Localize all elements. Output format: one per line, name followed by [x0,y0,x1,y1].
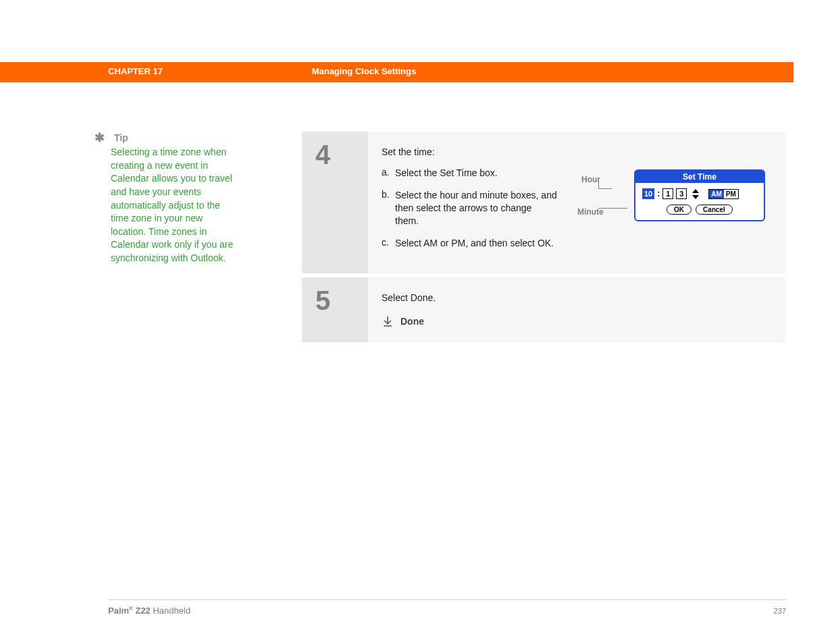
step-number-cell: 5 [302,277,368,342]
step-intro-text: Set the time: [382,146,772,157]
list-text: Select the hour and minute boxes, and th… [395,189,557,227]
minute-ones-box[interactable]: 3 [676,188,687,199]
list-item: c. Select AM or PM, and then select OK. [382,237,557,250]
chapter-title: Managing Clock Settings [312,66,417,76]
step-number-cell: 4 [302,132,368,273]
set-time-dialog: Set Time 10 : 1 3 AM [634,169,765,221]
list-marker: b. [382,189,395,227]
done-arrow-icon [382,315,394,327]
page-number: 237 [774,607,786,615]
done-label: Done [400,316,424,327]
page-footer: Palm® Z22 Handheld 237 [108,599,786,616]
time-input-row: 10 : 1 3 AM PM [642,188,757,199]
cancel-button[interactable]: Cancel [696,205,733,215]
step-4: 4 Set the time: a. Select the Set Time b… [302,132,785,273]
time-spinner[interactable] [692,189,699,199]
list-marker: a. [382,167,395,180]
footer-model: Z22 [135,606,150,616]
hour-callout-label: Hour [581,175,600,184]
list-text: Select the Set Time box. [395,167,557,180]
step-body: Set the time: a. Select the Set Time box… [368,132,785,273]
dialog-title: Set Time [635,171,764,183]
list-text: Select AM or PM, and then select OK. [395,237,557,250]
footer-reg: ® [129,606,133,612]
chapter-header: CHAPTER 17 Managing Clock Settings [0,62,793,82]
step-text: Select Done. [382,292,772,303]
ampm-toggle[interactable]: AM PM [708,189,739,199]
footer-brand: Palm [108,606,129,616]
step-number: 5 [315,287,368,314]
footer-product-word: Handheld [153,606,190,616]
list-item: a. Select the Set Time box. [382,167,557,180]
chapter-number: CHAPTER 17 [108,66,309,76]
tip-heading: Tip [114,132,128,143]
steps-container: 4 Set the time: a. Select the Set Time b… [302,132,785,346]
tip-body-text: Selecting a time zone when creating a ne… [111,146,240,265]
asterisk-icon: ✱ [95,133,105,142]
list-marker: c. [382,237,395,250]
footer-product: Palm® Z22 Handheld [108,606,190,616]
minute-tens-box[interactable]: 1 [662,188,673,199]
step-5: 5 Select Done. Done [302,277,785,342]
hour-box[interactable]: 10 [642,188,654,199]
am-option[interactable]: AM [709,190,724,198]
arrow-down-icon[interactable] [692,195,699,199]
ok-button[interactable]: OK [667,205,692,215]
done-indicator: Done [382,315,772,327]
arrow-up-icon[interactable] [692,189,699,193]
minute-callout-label: Minute [577,207,604,217]
step-body: Select Done. Done [368,277,785,342]
list-item: b. Select the hour and minute boxes, and… [382,189,557,227]
time-colon: : [657,189,660,198]
pm-option[interactable]: PM [724,190,738,198]
step-number: 4 [315,141,368,168]
tip-sidebar: ✱ Tip Selecting a time zone when creatin… [95,132,240,265]
